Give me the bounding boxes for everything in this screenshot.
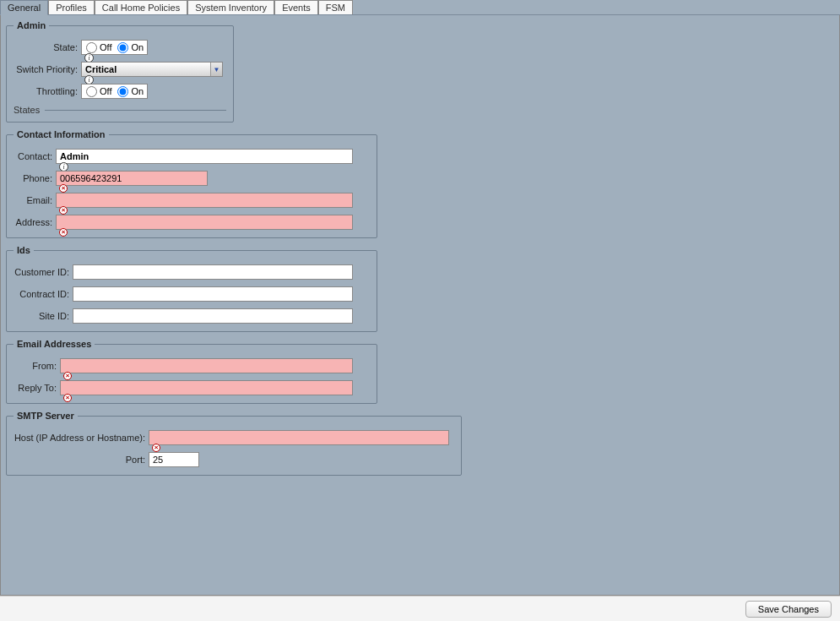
tab-system-inventory[interactable]: System Inventory [187, 0, 274, 14]
smtp-legend: SMTP Server [14, 411, 78, 421]
error-icon[interactable]: × [59, 228, 68, 237]
reply-to-input[interactable] [60, 380, 353, 395]
tab-general[interactable]: General [0, 0, 48, 15]
throttling-on-text: On [131, 86, 144, 96]
save-changes-button[interactable]: Save Changes [745, 601, 832, 618]
state-radio-group[interactable]: Off On [81, 40, 148, 55]
throttling-off-text: Off [100, 86, 111, 96]
state-label: State: [14, 42, 81, 52]
contact-input[interactable] [56, 149, 353, 164]
phone-input[interactable] [56, 171, 208, 186]
contact-legend: Contact Information [14, 129, 109, 139]
port-input[interactable] [149, 452, 199, 467]
ids-fieldset: Ids Customer ID: Contract ID: Site ID: [6, 245, 377, 332]
states-divider: States [14, 105, 226, 115]
tab-fsm[interactable]: FSM [318, 0, 353, 14]
address-input[interactable] [56, 215, 353, 230]
contact-label: Contact: [14, 151, 56, 161]
state-on-radio[interactable] [117, 42, 128, 53]
contract-id-input[interactable] [73, 286, 353, 302]
from-label: From: [14, 361, 60, 371]
admin-legend: Admin [14, 20, 49, 30]
email-addresses-fieldset: Email Addresses From: × Reply To: × [6, 339, 377, 404]
throttling-radio-group[interactable]: Off On [81, 84, 148, 99]
email-label: Email: [14, 195, 56, 205]
email-input[interactable] [56, 193, 353, 208]
phone-label: Phone: [14, 173, 56, 183]
state-off-text: Off [100, 42, 111, 52]
smtp-fieldset: SMTP Server Host (IP Address or Hostname… [6, 411, 462, 476]
ids-legend: Ids [14, 245, 34, 255]
site-id-input[interactable] [73, 308, 353, 324]
contact-fieldset: Contact Information Contact: i Phone: × … [6, 129, 377, 238]
error-icon[interactable]: × [63, 394, 72, 402]
switch-priority-value: Critical [85, 64, 117, 74]
email-addresses-legend: Email Addresses [14, 339, 95, 349]
host-label: Host (IP Address or Hostname): [14, 433, 149, 443]
throttling-off-radio[interactable] [86, 86, 97, 97]
general-panel: Admin State: Off On i Switch Priority: C… [0, 15, 840, 596]
state-on-text: On [131, 42, 144, 52]
tab-events[interactable]: Events [274, 0, 318, 14]
state-off-radio[interactable] [86, 42, 97, 53]
address-label: Address: [14, 217, 56, 227]
customer-id-label: Customer ID: [14, 267, 73, 277]
contract-id-label: Contract ID: [14, 289, 73, 299]
admin-fieldset: Admin State: Off On i Switch Priority: C… [6, 20, 234, 123]
reply-to-label: Reply To: [14, 383, 60, 393]
tab-profiles[interactable]: Profiles [48, 0, 95, 14]
footer-bar: Save Changes [0, 596, 840, 621]
switch-priority-label: Switch Priority: [14, 64, 81, 74]
customer-id-input[interactable] [73, 264, 353, 280]
from-input[interactable] [60, 358, 353, 373]
tab-call-home-policies[interactable]: Call Home Policies [95, 0, 187, 14]
throttling-label: Throttling: [14, 86, 81, 96]
divider-line [45, 110, 226, 111]
throttling-on-radio[interactable] [117, 86, 128, 97]
tab-bar: General Profiles Call Home Policies Syst… [0, 0, 840, 15]
switch-priority-select[interactable]: Critical ▼ [81, 62, 223, 77]
chevron-down-icon: ▼ [210, 63, 222, 76]
site-id-label: Site ID: [14, 311, 73, 321]
port-label: Port: [14, 455, 149, 465]
states-label: States [14, 105, 40, 115]
host-input[interactable] [149, 430, 449, 445]
